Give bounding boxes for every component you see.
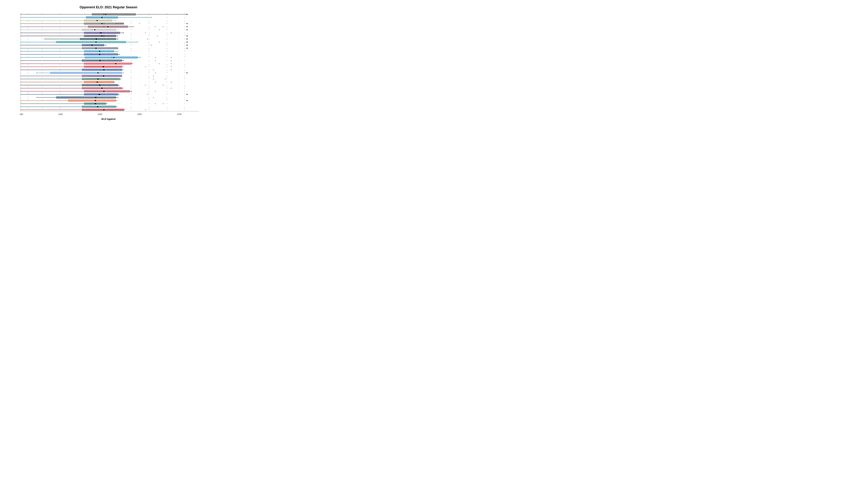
svg-text:Buccaneers: Buccaneers: [20, 66, 20, 68]
svg-point-106: [119, 27, 119, 28]
svg-point-138: [100, 32, 102, 33]
svg-point-88: [166, 23, 167, 24]
svg-point-316: [171, 60, 172, 61]
svg-point-43: [60, 17, 60, 18]
svg-point-101: [28, 27, 28, 28]
svg-point-378: [42, 70, 42, 71]
svg-point-247: [131, 48, 132, 49]
svg-point-641: [184, 109, 185, 110]
svg-point-560: [106, 97, 107, 98]
svg-rect-156: [84, 35, 116, 37]
svg-point-436: [153, 78, 154, 79]
svg-point-185: [85, 39, 85, 39]
svg-text:Lions: Lions: [20, 17, 20, 19]
svg-point-18: [155, 14, 156, 15]
svg-text:Bills: Bills: [20, 53, 20, 56]
svg-point-621: [166, 107, 167, 108]
svg-point-241: [28, 48, 28, 49]
svg-point-616: [85, 107, 85, 108]
svg-point-559: [85, 97, 85, 98]
svg-point-89: [184, 23, 185, 24]
svg-point-478: [28, 86, 28, 87]
svg-point-446: [166, 78, 167, 78]
svg-point-620: [149, 107, 149, 108]
svg-point-342: [119, 64, 119, 65]
svg-point-19: [167, 14, 167, 15]
svg-point-481: [85, 86, 85, 87]
svg-point-518: [60, 92, 60, 92]
svg-point-58: [97, 20, 98, 21]
svg-point-187: [119, 39, 119, 39]
svg-point-30: [184, 13, 185, 14]
svg-point-579: [106, 100, 107, 100]
svg-point-405: [149, 72, 149, 73]
svg-point-576: [42, 100, 42, 100]
svg-point-60: [28, 21, 28, 22]
svg-point-487: [184, 86, 185, 87]
svg-point-104: [85, 27, 85, 28]
svg-rect-372: [82, 69, 122, 70]
svg-text:1500: 1500: [98, 113, 102, 115]
svg-point-29: [166, 13, 167, 14]
chart-svg: 13001400150016001700SteelersLionsSaintsB…: [20, 11, 210, 117]
svg-point-516: [28, 92, 28, 92]
svg-text:1400: 1400: [58, 113, 63, 115]
svg-point-200: [159, 41, 160, 42]
svg-point-282: [119, 54, 119, 55]
svg-point-123: [60, 29, 60, 30]
svg-point-614: [42, 107, 42, 108]
svg-point-565: [184, 97, 185, 98]
svg-point-205: [85, 42, 85, 43]
svg-point-24: [85, 13, 85, 14]
svg-point-400: [60, 72, 60, 73]
svg-point-483: [119, 86, 119, 87]
svg-point-83: [85, 23, 85, 24]
svg-point-399: [42, 72, 42, 73]
svg-text:Seahawks: Seahawks: [20, 84, 20, 86]
svg-point-617: [106, 107, 107, 108]
svg-rect-176: [80, 38, 116, 40]
svg-point-630: [103, 109, 104, 110]
svg-point-325: [166, 60, 167, 61]
svg-point-379: [60, 70, 60, 71]
svg-point-160: [187, 35, 188, 36]
svg-point-27: [131, 13, 132, 14]
svg-point-109: [166, 27, 167, 28]
svg-text:Cowboys: Cowboys: [20, 93, 20, 95]
svg-point-397: [187, 72, 188, 73]
svg-point-440: [60, 78, 60, 78]
svg-point-59: [115, 20, 116, 21]
svg-point-456: [155, 82, 156, 83]
svg-point-374: [103, 69, 104, 70]
svg-point-444: [131, 78, 132, 78]
svg-point-224: [60, 45, 60, 45]
svg-point-460: [60, 82, 60, 83]
svg-point-425: [166, 76, 167, 77]
svg-point-305: [166, 56, 167, 57]
svg-point-250: [184, 48, 185, 49]
svg-text:Broncos: Broncos: [20, 99, 20, 102]
svg-point-86: [131, 23, 132, 24]
svg-point-147: [131, 33, 132, 33]
svg-point-603: [166, 103, 167, 104]
svg-point-385: [166, 70, 167, 71]
svg-point-85: [119, 23, 119, 24]
svg-point-306: [184, 56, 185, 57]
svg-rect-332: [84, 63, 132, 64]
svg-point-465: [149, 82, 149, 83]
svg-point-574: [187, 100, 188, 101]
svg-point-186: [106, 39, 107, 39]
svg-text:Colts: Colts: [20, 96, 20, 98]
svg-point-386: [184, 70, 185, 71]
svg-point-503: [131, 88, 132, 88]
svg-point-515: [155, 91, 156, 92]
svg-point-338: [42, 64, 42, 65]
svg-point-299: [60, 56, 60, 57]
svg-text:Chargers: Chargers: [20, 50, 20, 53]
svg-point-149: [166, 33, 167, 33]
svg-point-166: [119, 35, 119, 36]
svg-point-211: [184, 42, 185, 43]
svg-point-118: [94, 29, 95, 30]
svg-point-557: [42, 97, 42, 98]
svg-point-635: [85, 109, 85, 110]
